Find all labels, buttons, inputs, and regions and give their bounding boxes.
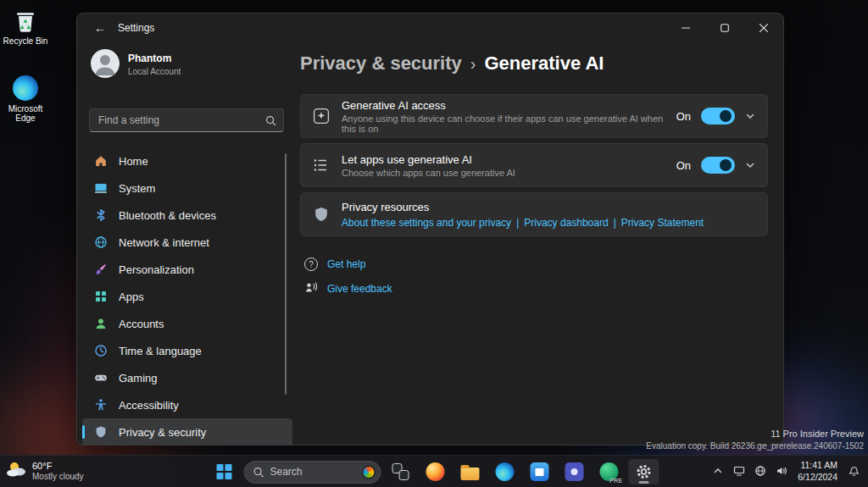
globe-icon	[94, 235, 108, 249]
sidebar-item-time-language[interactable]: Time & language	[82, 337, 292, 364]
chevron-down-icon[interactable]	[745, 160, 755, 170]
desktop-icon-label: Microsoft Edge	[1, 104, 50, 123]
let-apps-use-generative-ai-card[interactable]: Let apps use generative AI Choose which …	[300, 143, 768, 187]
chevron-down-icon[interactable]	[745, 111, 755, 121]
sidebar-item-label: Accessibility	[119, 399, 179, 412]
card-title: Privacy resources	[342, 201, 704, 213]
desktop-icon-label: Recycle Bin	[3, 36, 48, 46]
folder-icon	[461, 468, 480, 480]
tray-volume-button[interactable]	[772, 458, 791, 484]
sidebar-item-personalization[interactable]: Personalization	[82, 256, 292, 283]
weather-icon	[5, 459, 27, 483]
insider-app-button[interactable]: PRE	[594, 459, 625, 484]
clock[interactable]: 11:41 AM 6/12/2024	[793, 459, 842, 483]
bell-icon	[849, 466, 860, 477]
firefox-button[interactable]	[420, 459, 451, 484]
notification-bell-button[interactable]	[844, 458, 863, 484]
edge-button[interactable]	[490, 459, 520, 484]
settings-search-box[interactable]	[89, 108, 284, 132]
sidebar-scrollbar[interactable]	[285, 153, 287, 395]
window-title: Settings	[118, 22, 154, 34]
weather-temperature: 60°F	[32, 460, 84, 472]
desktop-icon-microsoft-edge[interactable]: Microsoft Edge	[1, 75, 50, 123]
close-icon	[760, 24, 768, 32]
taskbar-search-input[interactable]	[270, 466, 356, 478]
desktop-icon-recycle-bin[interactable]: Recycle Bin	[1, 7, 50, 46]
sidebar-item-label: Privacy & security	[119, 426, 206, 439]
display-icon	[733, 465, 745, 477]
task-view-icon	[392, 463, 409, 480]
sidebar-item-label: Gaming	[119, 372, 158, 385]
give-feedback-link[interactable]: Give feedback	[304, 280, 392, 297]
page-title: Generative AI	[484, 53, 604, 75]
settings-cards: Generative AI access Anyone using this d…	[300, 94, 768, 236]
tray-display-button[interactable]	[730, 458, 748, 484]
recycle-bin-icon	[12, 7, 39, 34]
home-icon	[94, 154, 108, 168]
toggle-state-label: On	[676, 110, 691, 123]
minimize-button[interactable]	[666, 14, 705, 42]
shield-icon	[94, 425, 108, 439]
taskbar-center: PRE	[209, 459, 659, 484]
link-privacy-dashboard[interactable]: Privacy dashboard	[524, 217, 608, 229]
sidebar-item-privacy-security[interactable]: Privacy & security	[82, 418, 292, 445]
search-highlight-icon	[362, 465, 376, 479]
sidebar-item-gaming[interactable]: Gaming	[82, 364, 292, 391]
tray-network-button[interactable]	[751, 458, 770, 484]
profile-account-type: Local Account	[128, 67, 181, 76]
sidebar-item-label: Home	[119, 155, 148, 168]
gear-icon	[636, 463, 653, 480]
network-globe-icon	[754, 465, 766, 477]
widgets-weather-button[interactable]: 60°F Mostly cloudy	[5, 459, 84, 483]
watermark-line1: 11 Pro Insider Preview	[646, 428, 864, 440]
start-button[interactable]	[209, 459, 240, 484]
tray-chevron-up-button[interactable]	[709, 458, 727, 484]
sidebar-item-label: Bluetooth & devices	[119, 209, 216, 222]
link-privacy-statement[interactable]: Privacy Statement	[621, 217, 704, 229]
link-about-these-settings[interactable]: About these settings and your privacy	[342, 217, 511, 229]
sidebar-item-accessibility[interactable]: Accessibility	[82, 391, 292, 418]
avatar[interactable]	[91, 49, 120, 78]
windows-logo-icon	[217, 464, 232, 479]
paintbrush-icon	[94, 263, 108, 276]
desktop: Recycle Bin Microsoft Edge ← Settings	[0, 0, 868, 487]
toggle-knob	[720, 159, 732, 171]
minimize-icon	[682, 24, 690, 32]
generative-ai-access-card[interactable]: Generative AI access Anyone using this d…	[300, 94, 768, 138]
sidebar-item-label: Personalization	[119, 263, 194, 276]
sidebar-item-apps[interactable]: Apps	[82, 283, 292, 310]
get-help-link[interactable]: ? Get help	[304, 257, 365, 271]
breadcrumb: Privacy & security › Generative AI	[300, 53, 604, 75]
file-explorer-button[interactable]	[455, 459, 486, 484]
close-button[interactable]	[744, 14, 783, 42]
store-icon	[531, 462, 549, 481]
sidebar-item-network-internet[interactable]: Network & internet	[82, 229, 292, 256]
apps-grid-icon	[94, 290, 108, 303]
selected-indicator	[82, 425, 85, 439]
weather-condition: Mostly cloudy	[32, 472, 84, 482]
settings-search-input[interactable]	[98, 114, 265, 126]
sidebar-item-system[interactable]: System	[82, 174, 292, 202]
sidebar-item-accounts[interactable]: Accounts	[82, 310, 292, 337]
breadcrumb-parent[interactable]: Privacy & security	[300, 53, 462, 75]
teams-button[interactable]	[559, 459, 590, 484]
card-description: Anyone using this device can choose if t…	[342, 113, 665, 134]
microsoft-store-button[interactable]	[525, 459, 555, 484]
sidebar-item-bluetooth-devices[interactable]: Bluetooth & devices	[82, 202, 292, 229]
taskbar: 60°F Mostly cloudy	[0, 455, 868, 487]
sidebar-item-home[interactable]: Home	[82, 147, 292, 174]
card-title: Generative AI access	[342, 99, 665, 112]
taskbar-search-box[interactable]	[244, 461, 381, 484]
edge-icon	[12, 75, 39, 102]
profile-name: Phantom	[128, 53, 171, 64]
generative-ai-access-toggle[interactable]	[701, 108, 735, 125]
settings-window: ← Settings Phantom Local	[76, 13, 784, 445]
back-arrow-icon: ←	[94, 21, 106, 35]
maximize-button[interactable]	[705, 14, 744, 42]
shield-icon	[313, 206, 330, 223]
let-apps-use-generative-ai-toggle[interactable]	[701, 157, 735, 174]
back-button[interactable]: ←	[87, 18, 113, 38]
settings-button[interactable]	[629, 459, 659, 484]
bluetooth-icon	[94, 208, 108, 222]
task-view-button[interactable]	[386, 459, 416, 484]
